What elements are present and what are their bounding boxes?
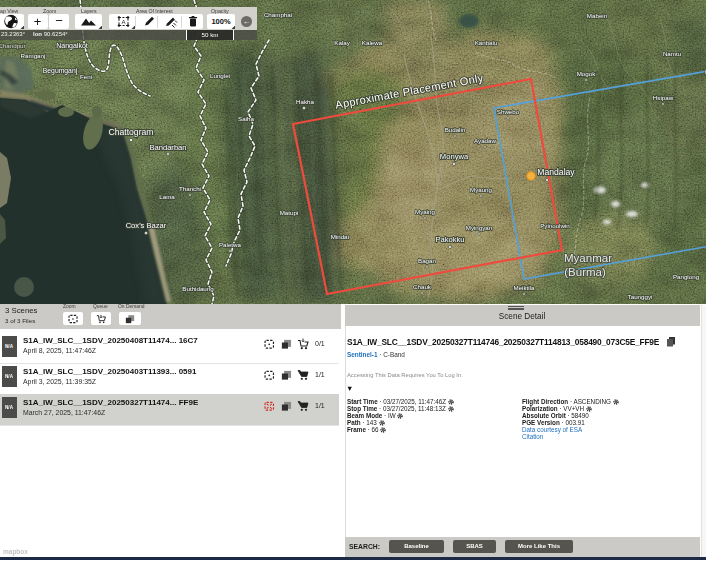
- svg-text:Kanbalu: Kanbalu: [475, 39, 498, 46]
- svg-text:Myaing: Myaing: [415, 208, 436, 215]
- svg-text:Myanmar: Myanmar: [564, 252, 612, 264]
- svg-text:Panglong: Panglong: [673, 273, 700, 280]
- svg-text:(Burma): (Burma): [564, 266, 606, 278]
- svg-text:Myingyan: Myingyan: [466, 224, 493, 231]
- svg-text:Chauk: Chauk: [413, 283, 432, 290]
- svg-text:Saiha: Saiha: [238, 115, 254, 122]
- svg-text:Thanchi: Thanchi: [179, 185, 201, 192]
- svg-text:Mindat: Mindat: [331, 233, 350, 240]
- svg-text:Myaung: Myaung: [470, 186, 493, 193]
- svg-text:Chattogram: Chattogram: [109, 127, 154, 137]
- svg-text:Shwebo: Shwebo: [497, 108, 520, 115]
- svg-text:Bandarban: Bandarban: [149, 143, 186, 152]
- svg-text:Meiktila: Meiktila: [514, 284, 536, 291]
- svg-text:Budalin: Budalin: [445, 126, 466, 133]
- svg-text:Feni: Feni: [80, 73, 92, 80]
- svg-text:Pyinoolwin: Pyinoolwin: [540, 222, 570, 229]
- svg-text:Nangalkot: Nangalkot: [56, 42, 88, 50]
- svg-text:Champhai: Champhai: [264, 11, 292, 18]
- svg-text:Mogok: Mogok: [577, 70, 596, 77]
- svg-text:Ayadaw: Ayadaw: [474, 137, 496, 144]
- svg-text:Mandalay: Mandalay: [537, 167, 575, 177]
- svg-text:Ramganj: Ramganj: [21, 52, 46, 59]
- svg-text:Matupi: Matupi: [280, 209, 299, 216]
- svg-text:Begumganj: Begumganj: [43, 67, 78, 75]
- svg-text:Lama: Lama: [159, 193, 175, 200]
- svg-text:Kalewa: Kalewa: [362, 39, 383, 46]
- svg-text:Mabein: Mabein: [587, 12, 608, 19]
- svg-text:Lunglei: Lunglei: [210, 72, 230, 79]
- svg-text:Cox's Bazar: Cox's Bazar: [126, 221, 167, 230]
- svg-text:Monywa: Monywa: [440, 152, 469, 161]
- svg-text:Kalay: Kalay: [334, 39, 350, 46]
- svg-text:Paletwa: Paletwa: [219, 241, 242, 248]
- svg-text:Namtu: Namtu: [663, 50, 682, 57]
- svg-text:Pakokku: Pakokku: [435, 235, 464, 244]
- svg-text:Hsipaw: Hsipaw: [653, 94, 674, 101]
- svg-text:Buthidaung: Buthidaung: [182, 285, 214, 292]
- svg-text:Bagan: Bagan: [418, 257, 436, 264]
- svg-text:Hakha: Hakha: [296, 98, 314, 105]
- svg-text:A: A: [121, 19, 125, 25]
- svg-text:Chandpur: Chandpur: [0, 42, 26, 49]
- svg-text:Taunggyi: Taunggyi: [628, 293, 653, 300]
